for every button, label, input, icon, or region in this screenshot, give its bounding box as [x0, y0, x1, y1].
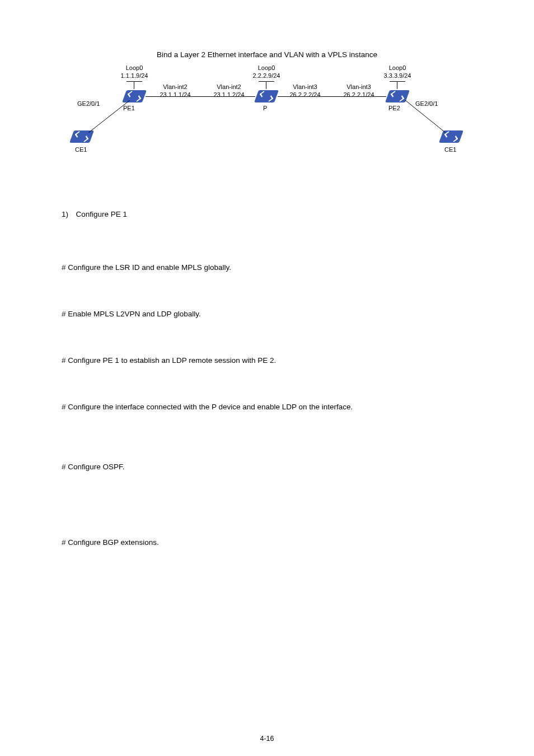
node-pe2 [387, 90, 407, 102]
label-pe2: PE2 [388, 105, 400, 113]
loop-bar-p [259, 81, 274, 82]
label-ce1-right: CE1 [444, 146, 456, 154]
step-l2vpn-ldp: # Enable MPLS L2VPN and LDP globally. [62, 310, 472, 318]
page: Bind a Layer 2 Ethernet interface and VL… [0, 0, 534, 756]
label-vlan-p-left: Vlan-int223.1.1.2/24 [209, 83, 249, 99]
label-loop-pe2: Loop03.3.3.9/24 [381, 64, 414, 80]
label-vlan-pe1-right: Vlan-int223.1.1.1/24 [156, 83, 195, 99]
step-ldp-remote: # Configure PE 1 to establish an LDP rem… [62, 356, 472, 365]
label-ge-left: GE2/0/1 [77, 100, 100, 108]
label-ge-right: GE2/0/1 [415, 100, 438, 108]
loop-bar-pe2 [390, 81, 405, 82]
step-lsr-id: # Configure the LSR ID and enable MPLS g… [62, 263, 472, 272]
heading-configure-pe1: 1) Configure PE 1 [62, 210, 472, 218]
figure-title: Bind a Layer 2 Ethernet interface and VL… [62, 50, 472, 59]
label-p: P [263, 105, 267, 113]
label-vlan-p-right: Vlan-int326.2.2.2/24 [285, 83, 325, 99]
page-number: 4-16 [0, 735, 534, 743]
loop-bar-pe1 [127, 81, 142, 82]
step-interface-ldp: # Configure the interface connected with… [62, 403, 472, 411]
network-diagram: Loop01.1.1.9/24 PE1 Loop02.2.2.9/24 P Lo… [62, 64, 472, 188]
step-bgp-ext: # Configure BGP extensions. [62, 538, 472, 547]
label-loop-p: Loop02.2.2.9/24 [250, 64, 283, 80]
label-loop-pe1: Loop01.1.1.9/24 [118, 64, 151, 80]
label-vlan-pe2-left: Vlan-int326.2.2.1/24 [339, 83, 378, 99]
label-ce1-left: CE1 [75, 146, 87, 154]
step-ospf: # Configure OSPF. [62, 463, 472, 471]
node-p [256, 90, 277, 102]
